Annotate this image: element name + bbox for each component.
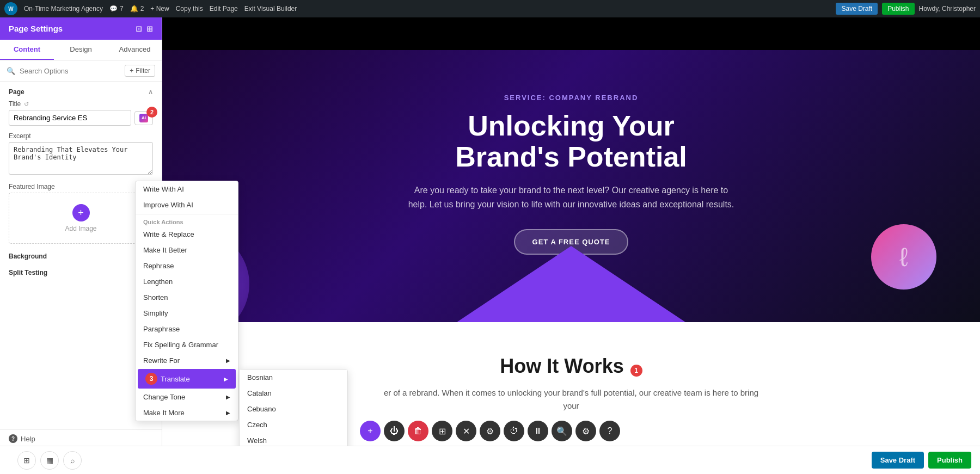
write-with-ai-item[interactable]: Write With AI: [136, 181, 238, 197]
page-settings-title: Page Settings: [9, 24, 63, 33]
collapse-icon[interactable]: ∧: [148, 88, 153, 96]
help-label: Help: [21, 435, 35, 443]
ft-power-button[interactable]: ⏻: [384, 421, 405, 441]
save-draft-main-button[interactable]: Save Draft: [872, 452, 924, 469]
notifications-link[interactable]: 🔔 2: [130, 5, 144, 13]
step-3-badge: 3: [145, 373, 157, 385]
rewrite-for-item[interactable]: Rewrite For▶: [136, 353, 238, 368]
ft-clone-button[interactable]: ⊞: [432, 421, 452, 441]
improve-with-ai-item[interactable]: Improve With AI: [136, 197, 238, 213]
exit-builder-link[interactable]: Exit Visual Builder: [244, 5, 297, 13]
lang-catalan[interactable]: Catalan: [240, 385, 347, 401]
grid-icon-button[interactable]: ⊞: [17, 451, 36, 470]
tab-design[interactable]: Design: [54, 40, 108, 60]
new-link[interactable]: + New: [150, 5, 169, 13]
featured-image-section: Featured Image + Add Image: [9, 183, 153, 244]
make-more-item[interactable]: Make It More▶: [136, 405, 238, 421]
publish-main-button[interactable]: Publish: [928, 452, 971, 469]
search-icon-button[interactable]: ⌕: [63, 451, 82, 470]
how-it-works-body: er of a rebrand. When it comes to unlock…: [381, 386, 762, 413]
page-section-label: Page ∧: [9, 88, 153, 96]
layout-icon-button[interactable]: ▦: [40, 451, 59, 470]
wp-logo-icon: W: [4, 2, 17, 15]
change-tone-item[interactable]: Change Tone▶: [136, 389, 238, 405]
title-field-row: 2 AI: [9, 110, 153, 126]
ft-search-circle-button[interactable]: 🔍: [552, 421, 572, 441]
featured-image-label: Featured Image: [9, 183, 153, 190]
title-undo-icon[interactable]: ↺: [24, 101, 29, 108]
sidebar: Page Settings ⊡ ⊞ Content Design Advance…: [0, 17, 162, 474]
hero-section: SERVICE: COMPANY REBRAND Unlocking Your …: [162, 50, 980, 322]
expand-icon[interactable]: ⊞: [146, 24, 153, 33]
ft-pause-button[interactable]: ⏸: [528, 421, 548, 441]
how-it-works-heading: How It Works: [500, 355, 623, 378]
translate-item[interactable]: 3 Translate ▶: [138, 369, 236, 389]
ft-settings-button[interactable]: ⚙: [480, 421, 500, 441]
simplify-item[interactable]: Simplify: [136, 305, 238, 321]
top-bar: W On-Time Marketing Agency 💬 7 🔔 2 + New…: [0, 0, 980, 17]
lang-cebuano[interactable]: Cebuano: [240, 401, 347, 417]
excerpt-textarea[interactable]: Rebranding That Elevates Your Brand's Id…: [9, 142, 153, 175]
bottom-icons: ⊞ ▦ ⌕: [17, 451, 82, 470]
help-button[interactable]: ? Help: [0, 429, 162, 447]
add-image-box[interactable]: + Add Image: [9, 193, 153, 244]
lang-czech[interactable]: Czech: [240, 417, 347, 433]
hero-cta-button[interactable]: GET A FREE QUOTE: [514, 229, 629, 255]
step-1-badge: 1: [630, 365, 642, 377]
ft-gear-button[interactable]: ⚙: [575, 421, 596, 441]
write-replace-item[interactable]: Write & Replace: [136, 226, 238, 242]
split-testing-section: Split Testing ∨: [9, 269, 153, 276]
floating-toolbar: + ⏻ 🗑 ⊞ ✕ ⚙ ⏱ ⏸ 🔍 ⚙ ?: [360, 421, 620, 441]
lengthen-item[interactable]: Lengthen: [136, 274, 238, 290]
step-2-badge: 2: [146, 107, 157, 118]
shorten-item[interactable]: Shorten: [136, 290, 238, 305]
minimize-icon[interactable]: ⊡: [136, 24, 142, 33]
search-input[interactable]: [20, 67, 120, 75]
tab-advanced[interactable]: Advanced: [108, 40, 162, 60]
rephrase-item[interactable]: Rephrase: [136, 258, 238, 274]
tab-content[interactable]: Content: [0, 40, 54, 60]
make-better-item[interactable]: Make It Better: [136, 242, 238, 258]
excerpt-label: Excerpt: [9, 132, 153, 140]
sidebar-search-area: 🔍 + Filter: [0, 60, 162, 82]
service-label: SERVICE: COMPANY REBRAND: [184, 94, 958, 102]
add-image-icon: +: [72, 204, 90, 221]
background-section: Background: [9, 253, 153, 260]
lang-bosnian[interactable]: Bosnian: [240, 370, 347, 385]
publish-topbar-button[interactable]: Publish: [882, 3, 914, 15]
hero-title: Unlocking Your Brand's Potential: [184, 110, 958, 173]
ft-add-button[interactable]: +: [360, 421, 381, 441]
add-image-label: Add Image: [65, 225, 96, 232]
black-bar: [162, 17, 980, 50]
hero-decorative-circle: ℓ: [871, 224, 936, 290]
copy-this-link[interactable]: Copy this: [176, 5, 203, 13]
filter-button[interactable]: + Filter: [125, 65, 155, 77]
ft-delete-button[interactable]: 🗑: [408, 421, 428, 441]
sidebar-header: Page Settings ⊡ ⊞: [0, 17, 162, 40]
agency-name[interactable]: On-Time Marketing Agency: [24, 5, 103, 13]
comments-link[interactable]: 💬 7: [109, 5, 124, 13]
title-input[interactable]: [9, 110, 131, 126]
title-field-label: Title ↺: [9, 100, 153, 108]
ft-close-button[interactable]: ✕: [456, 421, 476, 441]
quick-actions-label: Quick Actions: [136, 216, 238, 226]
ft-help-button[interactable]: ?: [599, 421, 620, 441]
ai-context-menu: Write With AI Improve With AI Quick Acti…: [135, 181, 238, 421]
ft-history-button[interactable]: ⏱: [504, 421, 524, 441]
howdy-label: Howdy, Christopher: [919, 5, 976, 13]
help-icon: ?: [9, 434, 17, 443]
background-label: Background: [9, 253, 153, 260]
save-draft-topbar-button[interactable]: Save Draft: [836, 3, 878, 15]
translate-arrow: ▶: [224, 376, 228, 382]
paraphrase-item[interactable]: Paraphrase: [136, 321, 238, 337]
bottom-save-bar: ⊞ ▦ ⌕ Save Draft Publish: [0, 446, 980, 474]
split-testing-label: Split Testing ∨: [9, 269, 153, 276]
fix-spelling-item[interactable]: Fix Spelling & Grammar: [136, 337, 238, 353]
translate-row: 3 Translate ▶ Bosnian Catalan Cebuano Cz…: [136, 369, 238, 389]
ai-button-wrapper: 2 AI: [134, 111, 153, 125]
search-icon: 🔍: [7, 67, 15, 75]
edit-page-link[interactable]: Edit Page: [210, 5, 238, 13]
hero-subtitle: Are you ready to take your brand to the …: [408, 183, 734, 211]
sidebar-tabs: Content Design Advanced: [0, 40, 162, 60]
